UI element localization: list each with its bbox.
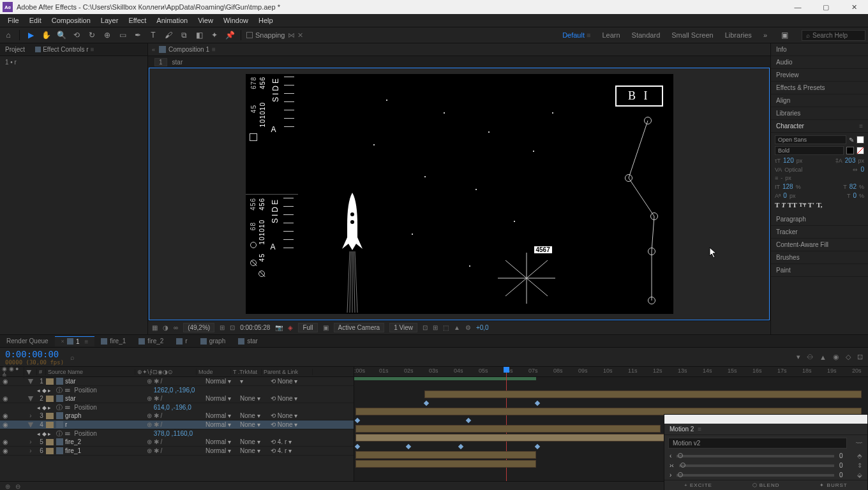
time-ruler[interactable]: :00s01s02s03s04s05s06s07s08s09s10s11s12s…	[354, 367, 868, 377]
info-panel-head[interactable]: Info	[771, 43, 868, 56]
panel-toggle-icon[interactable]: ▣	[779, 29, 790, 41]
anchor-tool-icon[interactable]: ⊕	[101, 29, 113, 41]
property-row[interactable]: ◂ ◆ ▸ⓘ ⩸ Position1262,0 ,-196,0	[0, 386, 354, 394]
text-style-buttons[interactable]: TTTTTᴛT'T,	[775, 201, 864, 209]
comp-tab[interactable]: Composition 1 ≡	[159, 46, 216, 53]
status-toggle-icon[interactable]: ⊖	[15, 483, 20, 490]
menu-view[interactable]: View	[193, 15, 218, 26]
timeline-track-area[interactable]: :00s01s02s03s04s05s06s07s08s09s10s11s12s…	[354, 367, 868, 481]
kerning-sel[interactable]: Optical	[784, 167, 802, 173]
view-select[interactable]: 1 View	[389, 323, 417, 332]
workspace-more-icon[interactable]: »	[763, 31, 767, 39]
back-arrow-icon[interactable]: «	[152, 47, 155, 53]
workspace-small[interactable]: Small Screen	[671, 31, 713, 39]
stamp-tool-icon[interactable]: ⧉	[178, 29, 190, 41]
style-select[interactable]: Bold	[775, 146, 844, 155]
minimize-button[interactable]: —	[784, 0, 812, 14]
menu-window[interactable]: Window	[218, 15, 253, 26]
brush-tool-icon[interactable]: 🖌	[163, 29, 174, 41]
fire2-tab[interactable]: fire_2	[132, 336, 170, 346]
maximize-button[interactable]: ▢	[812, 0, 840, 14]
search-layer-icon[interactable]: ⌕	[70, 353, 75, 361]
shape-tool-icon[interactable]: ▭	[117, 29, 128, 41]
render-queue-tab[interactable]: Render Queue	[0, 336, 55, 346]
nofill-swatch[interactable]	[857, 147, 864, 154]
res-icon[interactable]: ⊞	[220, 324, 225, 331]
audio-panel-head[interactable]: Audio	[771, 56, 868, 69]
tl-icon[interactable]: ▲	[819, 353, 827, 361]
content-aware-head[interactable]: Content-Aware Fill	[771, 239, 868, 251]
snapshot-icon[interactable]: 📷	[275, 324, 283, 331]
workspace-default[interactable]: Default ≡	[562, 31, 590, 39]
excite-button[interactable]: + EXCITE	[664, 480, 732, 490]
motion2-panel[interactable]: Motion 2≡ Motion v2 〰 ‹0⬘ ›‹0⇕ ›0⬙ + EXC…	[664, 414, 868, 490]
layer-row[interactable]: ◉ ›6fire_1⊕ ✱ /Normal ▾None ▾⟲ 4. r ▾	[0, 447, 354, 456]
hand-tool-icon[interactable]: ✋	[40, 29, 52, 41]
snapping-toggle[interactable]: Snapping ⋈ ✕	[246, 31, 303, 40]
project-tab[interactable]: Project	[0, 45, 30, 54]
tracking[interactable]: 0	[860, 166, 864, 173]
footer-tc[interactable]: 0:00:05:28	[240, 324, 270, 331]
fill-swatch[interactable]	[857, 136, 864, 144]
zoom-select[interactable]: (49,2%)	[183, 323, 214, 332]
puppet-tool-icon[interactable]: 📌	[224, 29, 236, 41]
font-size[interactable]: 120	[783, 157, 794, 164]
menu-edit[interactable]: Edit	[24, 15, 47, 26]
comp1-tab[interactable]: ×1≡	[55, 336, 95, 346]
layer-row[interactable]: ◉ ⯆1star⊕ ✱ /Normal ▾ ▾⟲ None ▾	[0, 377, 354, 386]
menu-animation[interactable]: Animation	[151, 15, 193, 26]
region-icon[interactable]: ◈	[288, 324, 293, 331]
stroke-swatch[interactable]	[846, 147, 854, 154]
menu-file[interactable]: File	[3, 15, 24, 26]
brushes-panel-head[interactable]: Brushes	[771, 251, 868, 264]
alpha-icon[interactable]: ▦	[152, 324, 158, 331]
workspace-libraries[interactable]: Libraries	[725, 31, 752, 39]
menu-layer[interactable]: Layer	[96, 15, 124, 26]
motion-version[interactable]: Motion v2	[668, 438, 847, 449]
zoom-tool-icon[interactable]: 🔍	[56, 29, 67, 41]
character-panel-head[interactable]: Character≡	[771, 120, 868, 133]
preview-panel-head[interactable]: Preview	[771, 69, 868, 82]
leading[interactable]: 203	[845, 157, 856, 164]
menu-effect[interactable]: Effect	[123, 15, 151, 26]
layer-row[interactable]: ◉ ⯆4r⊕ ✱ /Normal ▾None ▾⟲ None ▾	[0, 420, 354, 429]
baseline[interactable]: 0	[783, 192, 787, 199]
rotate-tool-icon[interactable]: ↻	[86, 29, 98, 41]
star-tab[interactable]: star	[232, 336, 264, 346]
tl-icon[interactable]: ◉	[833, 353, 839, 361]
tl-icon[interactable]: ⦵	[807, 353, 813, 361]
res-select[interactable]: Full	[298, 323, 317, 332]
channel-icon[interactable]: ◑	[163, 324, 168, 331]
cam-select[interactable]: Active Camera	[334, 323, 385, 332]
roto-tool-icon[interactable]: ✦	[209, 29, 220, 41]
font-select[interactable]: Open Sans	[775, 135, 846, 144]
menu-composition[interactable]: Composition	[47, 15, 96, 26]
eyedropper-icon[interactable]: ✎	[849, 137, 854, 144]
align-panel-head[interactable]: Align	[771, 94, 868, 107]
property-row[interactable]: ◂ ◆ ▸ⓘ ⩸ Position614,0 ,-196,0	[0, 403, 354, 412]
eraser-tool-icon[interactable]: ◧	[193, 29, 205, 41]
exposure[interactable]: +0,0	[476, 324, 489, 331]
grid-icon[interactable]: ⊡	[230, 324, 235, 331]
hscale[interactable]: 82	[849, 183, 857, 190]
pen-tool-icon[interactable]: ✒	[132, 29, 144, 41]
selection-tool-icon[interactable]: ▶	[25, 29, 36, 41]
property-row[interactable]: ◂ ◆ ▸ⓘ ⩸ Position378,0 ,1160,0	[0, 429, 354, 438]
effects-presets-head[interactable]: Effects & Presets	[771, 82, 868, 94]
layer-row[interactable]: ◉ ›3graph⊕ ✱ /Normal ▾None ▾⟲ None ▾	[0, 412, 354, 420]
blend-button[interactable]: ⬡ BLEND	[732, 480, 800, 490]
status-toggle-icon[interactable]: ⊕	[5, 483, 10, 490]
vscale[interactable]: 128	[782, 183, 793, 190]
comp-nav-name[interactable]: star	[172, 59, 183, 66]
close-button[interactable]: ✕	[840, 0, 868, 14]
paint-panel-head[interactable]: Paint	[771, 264, 868, 277]
current-time[interactable]: 0:00:00:00	[5, 349, 64, 359]
search-help-input[interactable]: ⌕ Search Help	[802, 30, 865, 41]
tl-icon[interactable]: ▾	[797, 353, 800, 361]
workspace-standard[interactable]: Standard	[632, 31, 661, 39]
viewport[interactable]: 678 45 456 101010 SIDE A	[149, 68, 770, 320]
fire1-tab[interactable]: fire_1	[94, 336, 132, 346]
effect-controls-tab[interactable]: Effect Controls r ≡	[30, 45, 99, 54]
work-area[interactable]	[354, 377, 536, 380]
mask-icon[interactable]: ∞	[174, 324, 178, 331]
